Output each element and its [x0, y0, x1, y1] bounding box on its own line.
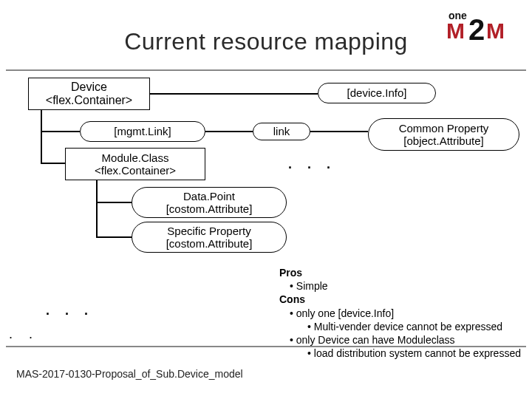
divider-top [6, 69, 526, 71]
node-label: link [273, 125, 290, 137]
node-mgmtlink: [mgmt.Link] [80, 121, 205, 142]
node-label: Specific Property [167, 225, 250, 237]
node-sublabel: <flex.Container> [46, 94, 132, 107]
list-item: Multi-vender device cannot be expressed [307, 320, 523, 333]
tree-line [310, 131, 368, 132]
pros-header: Pros [279, 266, 523, 279]
node-moduleclass: Module.Class <flex.Container> [65, 148, 205, 180]
list-item: Simple [290, 279, 523, 293]
node-label: [mgmt.Link] [114, 125, 171, 137]
cons-header: Cons [279, 293, 523, 306]
list-text: only Device can have Moduleclass [296, 334, 455, 346]
node-label: Data.Point [183, 190, 235, 202]
list-text: only one [device.Info] [296, 307, 394, 319]
tree-line [150, 93, 318, 95]
ellipsis-dots: . . [9, 327, 35, 342]
footer-text: MAS-2017-0130-Proposal_of_Sub.Device_mod… [16, 368, 243, 380]
node-label: Device [71, 81, 107, 94]
node-device: Device <flex.Container> [28, 78, 150, 110]
ellipsis-dots: . . . [288, 157, 336, 172]
node-sublabel: [object.Attribute] [403, 134, 483, 147]
node-sublabel: [costom.Attribute] [166, 202, 253, 215]
tree-line [41, 131, 80, 132]
node-specprop: Specific Property [costom.Attribute] [132, 222, 287, 253]
node-sublabel: [costom.Attribute] [166, 237, 253, 250]
node-label: Common Property [399, 122, 489, 134]
node-label: Module.Class [102, 151, 169, 164]
node-deviceinfo: [device.Info] [318, 83, 436, 103]
node-link: link [253, 123, 310, 140]
tree-line [205, 131, 253, 132]
tree-line [41, 163, 65, 164]
divider-bottom [6, 346, 526, 347]
list-item: only one [device.Info] Multi-vender devi… [290, 307, 523, 333]
tree-line [41, 110, 42, 164]
list-item: load distribution system cannot be expre… [307, 347, 523, 360]
tree-line [96, 236, 132, 238]
tree-line [96, 202, 132, 203]
tree-line [96, 180, 98, 238]
ellipsis-dots: . . . [46, 303, 94, 318]
node-commonprop: Common Property [object.Attribute] [368, 118, 519, 151]
page-title: Current resource mapping [0, 28, 532, 55]
node-label: [device.Info] [347, 86, 407, 99]
node-datapoint: Data.Point [costom.Attribute] [132, 187, 287, 218]
node-sublabel: <flex.Container> [95, 164, 176, 177]
